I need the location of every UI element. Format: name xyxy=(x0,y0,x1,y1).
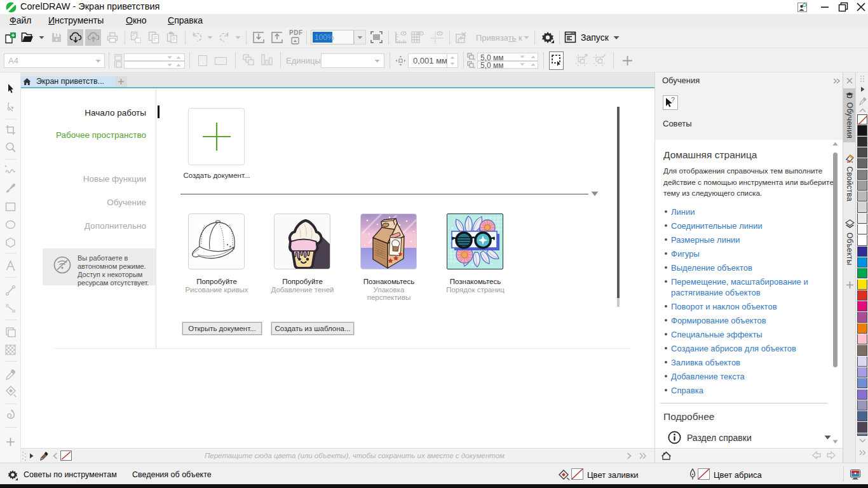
svg-text:x: x xyxy=(473,57,475,60)
svg-text:y: y xyxy=(473,65,475,69)
svg-text:?: ? xyxy=(671,96,675,104)
